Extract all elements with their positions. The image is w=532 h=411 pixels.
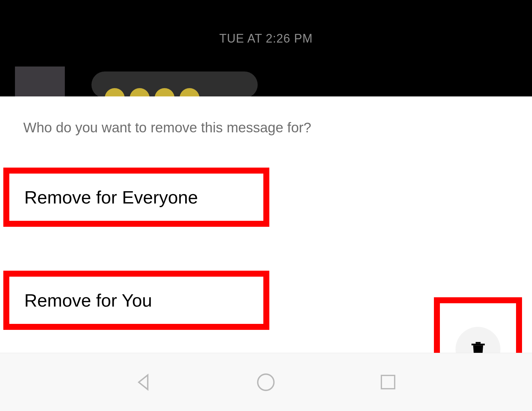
message-timestamp: TUE AT 2:26 PM xyxy=(0,0,532,46)
option-remove-everyone[interactable]: Remove for Everyone xyxy=(3,168,269,227)
home-button[interactable] xyxy=(253,370,278,395)
avatar[interactable] xyxy=(15,67,65,100)
option-remove-you[interactable]: Remove for You xyxy=(3,271,269,330)
option-remove-everyone-row: Remove for Everyone xyxy=(0,146,532,249)
message-bubble[interactable] xyxy=(91,71,258,98)
home-icon xyxy=(255,371,277,393)
option-label: Remove for You xyxy=(24,290,152,311)
svg-point-0 xyxy=(258,374,274,390)
options-container: Remove for Everyone Remove for You xyxy=(0,146,532,352)
dialog-title: Who do you want to remove this message f… xyxy=(0,96,532,146)
back-button[interactable] xyxy=(132,370,157,395)
remove-message-dialog: Who do you want to remove this message f… xyxy=(0,96,532,352)
navigation-bar xyxy=(0,353,532,411)
recent-apps-button[interactable] xyxy=(375,370,400,395)
chat-background: TUE AT 2:26 PM xyxy=(0,0,532,96)
option-label: Remove for Everyone xyxy=(24,187,198,207)
back-icon xyxy=(133,371,155,393)
svg-rect-1 xyxy=(381,375,395,389)
recent-icon xyxy=(378,372,398,392)
